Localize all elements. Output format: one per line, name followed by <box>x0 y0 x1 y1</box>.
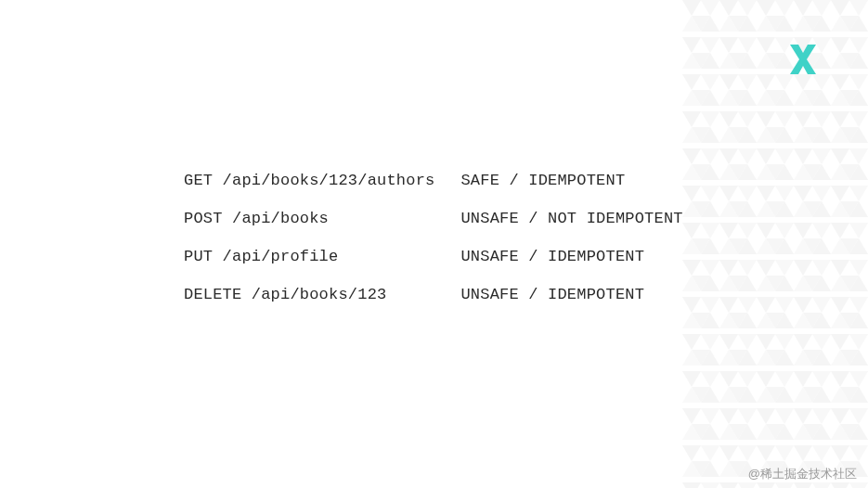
svg-marker-6 <box>790 45 816 74</box>
watermark-text: @稀土掘金技术社区 <box>748 466 857 482</box>
table-row: GET /api/books/123/authors <box>184 172 434 189</box>
table-row: UNSAFE / IDEMPOTENT <box>460 286 682 303</box>
table-row: POST /api/books <box>184 210 434 227</box>
table-row: UNSAFE / IDEMPOTENT <box>460 248 682 265</box>
properties-column: SAFE / IDEMPOTENT UNSAFE / NOT IDEMPOTEN… <box>460 172 682 303</box>
logo-x-icon <box>790 45 816 74</box>
table-row: DELETE /api/books/123 <box>184 286 434 303</box>
http-methods-table: GET /api/books/123/authors POST /api/boo… <box>184 172 683 303</box>
background-pattern <box>682 0 868 488</box>
table-row: SAFE / IDEMPOTENT <box>460 172 682 189</box>
svg-rect-5 <box>682 0 868 488</box>
table-row: UNSAFE / NOT IDEMPOTENT <box>460 210 682 227</box>
methods-column: GET /api/books/123/authors POST /api/boo… <box>184 172 434 303</box>
table-row: PUT /api/profile <box>184 248 434 265</box>
